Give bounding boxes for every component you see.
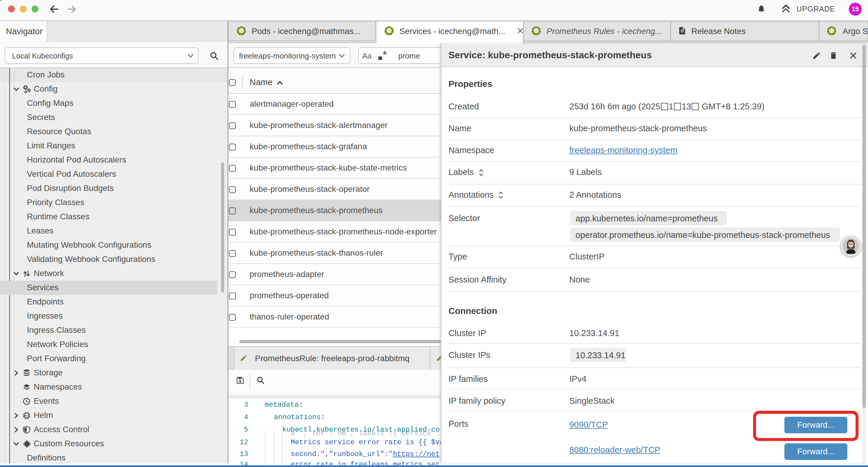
svg-text:HELM: HELM xyxy=(24,415,30,417)
